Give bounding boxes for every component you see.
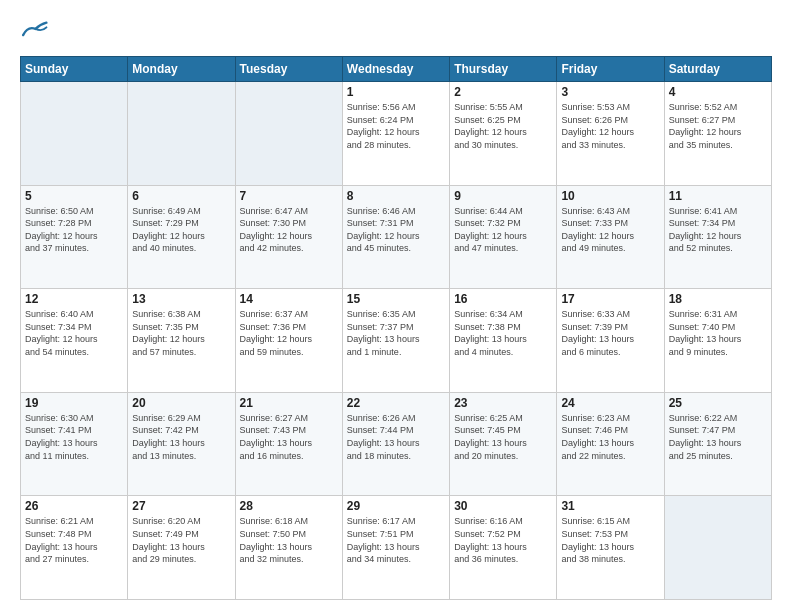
day-number: 8 <box>347 189 445 203</box>
calendar-table: SundayMondayTuesdayWednesdayThursdayFrid… <box>20 56 772 600</box>
day-number: 16 <box>454 292 552 306</box>
calendar-cell: 20Sunrise: 6:29 AM Sunset: 7:42 PM Dayli… <box>128 392 235 496</box>
day-info: Sunrise: 6:41 AM Sunset: 7:34 PM Dayligh… <box>669 205 767 255</box>
day-number: 31 <box>561 499 659 513</box>
day-info: Sunrise: 6:21 AM Sunset: 7:48 PM Dayligh… <box>25 515 123 565</box>
day-number: 19 <box>25 396 123 410</box>
day-info: Sunrise: 6:30 AM Sunset: 7:41 PM Dayligh… <box>25 412 123 462</box>
day-info: Sunrise: 6:25 AM Sunset: 7:45 PM Dayligh… <box>454 412 552 462</box>
calendar-cell: 9Sunrise: 6:44 AM Sunset: 7:32 PM Daylig… <box>450 185 557 289</box>
day-number: 22 <box>347 396 445 410</box>
day-number: 30 <box>454 499 552 513</box>
calendar-cell: 28Sunrise: 6:18 AM Sunset: 7:50 PM Dayli… <box>235 496 342 600</box>
day-number: 6 <box>132 189 230 203</box>
calendar-week-row: 5Sunrise: 6:50 AM Sunset: 7:28 PM Daylig… <box>21 185 772 289</box>
day-number: 4 <box>669 85 767 99</box>
calendar-cell: 29Sunrise: 6:17 AM Sunset: 7:51 PM Dayli… <box>342 496 449 600</box>
calendar-cell: 31Sunrise: 6:15 AM Sunset: 7:53 PM Dayli… <box>557 496 664 600</box>
day-number: 18 <box>669 292 767 306</box>
weekday-header-friday: Friday <box>557 57 664 82</box>
calendar-week-row: 19Sunrise: 6:30 AM Sunset: 7:41 PM Dayli… <box>21 392 772 496</box>
day-info: Sunrise: 6:16 AM Sunset: 7:52 PM Dayligh… <box>454 515 552 565</box>
day-number: 12 <box>25 292 123 306</box>
day-number: 3 <box>561 85 659 99</box>
calendar-cell: 19Sunrise: 6:30 AM Sunset: 7:41 PM Dayli… <box>21 392 128 496</box>
calendar-cell: 4Sunrise: 5:52 AM Sunset: 6:27 PM Daylig… <box>664 82 771 186</box>
day-info: Sunrise: 6:50 AM Sunset: 7:28 PM Dayligh… <box>25 205 123 255</box>
calendar-cell: 2Sunrise: 5:55 AM Sunset: 6:25 PM Daylig… <box>450 82 557 186</box>
calendar-cell: 30Sunrise: 6:16 AM Sunset: 7:52 PM Dayli… <box>450 496 557 600</box>
day-info: Sunrise: 6:34 AM Sunset: 7:38 PM Dayligh… <box>454 308 552 358</box>
day-number: 5 <box>25 189 123 203</box>
day-number: 1 <box>347 85 445 99</box>
calendar-cell <box>664 496 771 600</box>
day-number: 27 <box>132 499 230 513</box>
day-info: Sunrise: 6:26 AM Sunset: 7:44 PM Dayligh… <box>347 412 445 462</box>
weekday-header-monday: Monday <box>128 57 235 82</box>
day-info: Sunrise: 5:56 AM Sunset: 6:24 PM Dayligh… <box>347 101 445 151</box>
day-info: Sunrise: 6:46 AM Sunset: 7:31 PM Dayligh… <box>347 205 445 255</box>
calendar-cell: 24Sunrise: 6:23 AM Sunset: 7:46 PM Dayli… <box>557 392 664 496</box>
logo <box>20 18 52 46</box>
day-info: Sunrise: 6:29 AM Sunset: 7:42 PM Dayligh… <box>132 412 230 462</box>
calendar-cell: 12Sunrise: 6:40 AM Sunset: 7:34 PM Dayli… <box>21 289 128 393</box>
calendar-cell: 3Sunrise: 5:53 AM Sunset: 6:26 PM Daylig… <box>557 82 664 186</box>
day-info: Sunrise: 6:22 AM Sunset: 7:47 PM Dayligh… <box>669 412 767 462</box>
calendar-cell <box>21 82 128 186</box>
logo-icon <box>20 18 48 46</box>
day-info: Sunrise: 6:27 AM Sunset: 7:43 PM Dayligh… <box>240 412 338 462</box>
day-number: 26 <box>25 499 123 513</box>
day-number: 13 <box>132 292 230 306</box>
day-number: 28 <box>240 499 338 513</box>
day-number: 7 <box>240 189 338 203</box>
day-info: Sunrise: 6:18 AM Sunset: 7:50 PM Dayligh… <box>240 515 338 565</box>
day-info: Sunrise: 5:53 AM Sunset: 6:26 PM Dayligh… <box>561 101 659 151</box>
day-info: Sunrise: 6:47 AM Sunset: 7:30 PM Dayligh… <box>240 205 338 255</box>
day-info: Sunrise: 6:33 AM Sunset: 7:39 PM Dayligh… <box>561 308 659 358</box>
calendar-cell: 26Sunrise: 6:21 AM Sunset: 7:48 PM Dayli… <box>21 496 128 600</box>
day-number: 17 <box>561 292 659 306</box>
calendar-cell: 23Sunrise: 6:25 AM Sunset: 7:45 PM Dayli… <box>450 392 557 496</box>
calendar-cell: 16Sunrise: 6:34 AM Sunset: 7:38 PM Dayli… <box>450 289 557 393</box>
day-info: Sunrise: 6:43 AM Sunset: 7:33 PM Dayligh… <box>561 205 659 255</box>
day-number: 9 <box>454 189 552 203</box>
day-info: Sunrise: 6:49 AM Sunset: 7:29 PM Dayligh… <box>132 205 230 255</box>
day-info: Sunrise: 6:44 AM Sunset: 7:32 PM Dayligh… <box>454 205 552 255</box>
calendar-cell: 21Sunrise: 6:27 AM Sunset: 7:43 PM Dayli… <box>235 392 342 496</box>
day-info: Sunrise: 6:20 AM Sunset: 7:49 PM Dayligh… <box>132 515 230 565</box>
calendar-cell: 22Sunrise: 6:26 AM Sunset: 7:44 PM Dayli… <box>342 392 449 496</box>
day-info: Sunrise: 6:31 AM Sunset: 7:40 PM Dayligh… <box>669 308 767 358</box>
calendar-cell: 5Sunrise: 6:50 AM Sunset: 7:28 PM Daylig… <box>21 185 128 289</box>
day-info: Sunrise: 6:38 AM Sunset: 7:35 PM Dayligh… <box>132 308 230 358</box>
weekday-header-wednesday: Wednesday <box>342 57 449 82</box>
day-number: 29 <box>347 499 445 513</box>
day-number: 11 <box>669 189 767 203</box>
weekday-header-tuesday: Tuesday <box>235 57 342 82</box>
calendar-cell: 7Sunrise: 6:47 AM Sunset: 7:30 PM Daylig… <box>235 185 342 289</box>
calendar-week-row: 26Sunrise: 6:21 AM Sunset: 7:48 PM Dayli… <box>21 496 772 600</box>
page: SundayMondayTuesdayWednesdayThursdayFrid… <box>0 0 792 612</box>
weekday-header-row: SundayMondayTuesdayWednesdayThursdayFrid… <box>21 57 772 82</box>
day-info: Sunrise: 5:55 AM Sunset: 6:25 PM Dayligh… <box>454 101 552 151</box>
calendar-cell <box>128 82 235 186</box>
calendar-cell: 17Sunrise: 6:33 AM Sunset: 7:39 PM Dayli… <box>557 289 664 393</box>
calendar-cell: 15Sunrise: 6:35 AM Sunset: 7:37 PM Dayli… <box>342 289 449 393</box>
day-info: Sunrise: 6:17 AM Sunset: 7:51 PM Dayligh… <box>347 515 445 565</box>
day-info: Sunrise: 6:35 AM Sunset: 7:37 PM Dayligh… <box>347 308 445 358</box>
weekday-header-sunday: Sunday <box>21 57 128 82</box>
calendar-cell: 1Sunrise: 5:56 AM Sunset: 6:24 PM Daylig… <box>342 82 449 186</box>
day-info: Sunrise: 6:37 AM Sunset: 7:36 PM Dayligh… <box>240 308 338 358</box>
day-info: Sunrise: 6:40 AM Sunset: 7:34 PM Dayligh… <box>25 308 123 358</box>
day-number: 23 <box>454 396 552 410</box>
day-info: Sunrise: 6:23 AM Sunset: 7:46 PM Dayligh… <box>561 412 659 462</box>
weekday-header-thursday: Thursday <box>450 57 557 82</box>
day-number: 21 <box>240 396 338 410</box>
calendar-cell: 27Sunrise: 6:20 AM Sunset: 7:49 PM Dayli… <box>128 496 235 600</box>
weekday-header-saturday: Saturday <box>664 57 771 82</box>
calendar-cell: 6Sunrise: 6:49 AM Sunset: 7:29 PM Daylig… <box>128 185 235 289</box>
calendar-cell: 11Sunrise: 6:41 AM Sunset: 7:34 PM Dayli… <box>664 185 771 289</box>
calendar-cell: 25Sunrise: 6:22 AM Sunset: 7:47 PM Dayli… <box>664 392 771 496</box>
calendar-week-row: 12Sunrise: 6:40 AM Sunset: 7:34 PM Dayli… <box>21 289 772 393</box>
day-number: 25 <box>669 396 767 410</box>
day-number: 2 <box>454 85 552 99</box>
